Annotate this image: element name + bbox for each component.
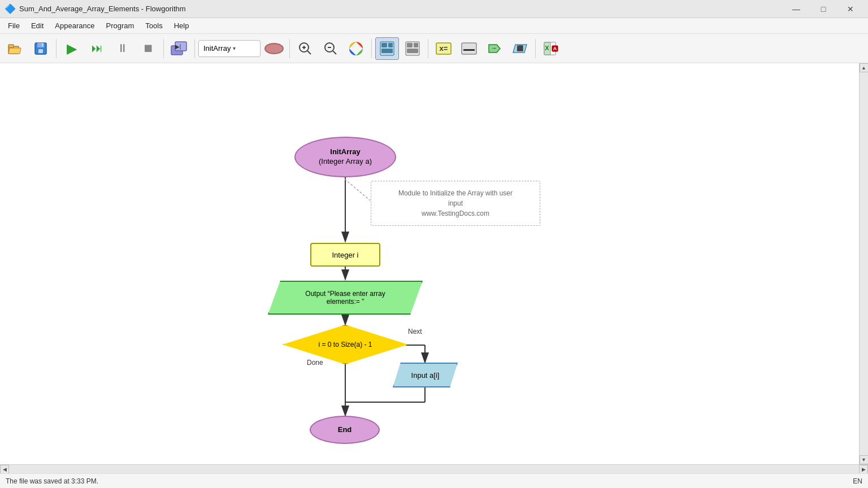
function-selector[interactable]: InitArray ▾ <box>198 40 261 57</box>
open-button[interactable] <box>3 37 27 60</box>
shape-capsule-button[interactable] <box>262 37 286 60</box>
add-function-button[interactable]: ▶| <box>167 37 191 60</box>
svg-rect-26 <box>407 49 418 53</box>
svg-text:A: A <box>553 46 557 51</box>
output-arrow-button[interactable]: → <box>483 37 506 60</box>
flow-label-next: Next <box>408 328 422 336</box>
maximize-button[interactable]: □ <box>810 0 836 18</box>
menu-file[interactable]: File <box>2 19 25 32</box>
declare-shape: Integer i <box>310 243 380 267</box>
step-button[interactable]: ⏭ <box>85 37 109 60</box>
loop-shape: i = 0 to Size(a) - 1 <box>283 325 408 364</box>
canvas[interactable]: InitArray (Integer Array a) Module to In… <box>0 63 859 464</box>
svg-rect-20 <box>381 43 387 47</box>
right-scrollbar: ▲ ▼ <box>859 63 868 464</box>
scroll-track-horizontal[interactable] <box>9 465 859 473</box>
locale-indicator: EN <box>853 477 862 485</box>
start-label-line1: InitArray <box>319 147 372 157</box>
svg-rect-21 <box>388 43 393 47</box>
input-shape: Input a[i] <box>393 363 458 387</box>
declare-label: Integer i <box>332 251 359 259</box>
titlebar-controls: — □ ✕ <box>783 0 863 18</box>
svg-line-17 <box>333 51 336 54</box>
menu-edit[interactable]: Edit <box>25 19 49 32</box>
separator-4 <box>289 39 290 58</box>
start-label-line2: (Integer Array a) <box>319 157 372 167</box>
end-shape: End <box>310 416 380 444</box>
comment-shape: Module to Initialize the Array with user… <box>371 181 540 226</box>
status-message: The file was saved at 3:33 PM. <box>6 477 98 485</box>
comment-line1: Module to Initialize the Array with user <box>398 188 513 198</box>
menubar: File Edit Appearance Program Tools Help <box>0 18 868 34</box>
svg-rect-4 <box>37 43 44 47</box>
output-label: Output “Please enter arrayelements:= ” <box>305 290 385 306</box>
separator-7 <box>535 39 536 58</box>
input-label: Input a[i] <box>411 371 440 380</box>
menu-help[interactable]: Help <box>168 19 195 32</box>
scroll-up-button[interactable]: ▲ <box>860 63 869 72</box>
layout-1-button[interactable] <box>375 37 399 60</box>
svg-rect-6 <box>42 43 43 46</box>
run-button[interactable]: ▶ <box>60 37 84 60</box>
svg-text:x=: x= <box>440 44 448 53</box>
svg-text:⬛: ⬛ <box>517 45 524 52</box>
titlebar-title: Sum_And_Average_Array_Elements - Flowgor… <box>19 5 186 13</box>
svg-rect-25 <box>414 43 418 47</box>
comment-line2: input <box>398 198 513 208</box>
svg-rect-22 <box>381 49 393 53</box>
bottom-area: ◀ ▶ The file was saved at 3:33 PM. EN <box>0 464 868 488</box>
menu-program[interactable]: Program <box>100 19 140 32</box>
separator-1 <box>56 39 57 58</box>
flowchart-arrows <box>0 63 859 464</box>
scroll-down-button[interactable]: ▼ <box>860 455 869 464</box>
function-selector-value: InitArray <box>203 44 231 53</box>
end-label: End <box>338 425 352 435</box>
start-shape: InitArray (Integer Array a) <box>294 137 396 177</box>
zoom-out-button[interactable] <box>319 37 342 60</box>
zoom-in-button[interactable] <box>293 37 317 60</box>
svg-text:X: X <box>545 45 549 51</box>
svg-text:▬▬: ▬▬ <box>463 46 475 52</box>
save-button[interactable] <box>29 37 53 60</box>
titlebar: 🔷 Sum_And_Average_Array_Elements - Flowg… <box>0 0 868 18</box>
scroll-track-vertical[interactable] <box>860 72 868 455</box>
color-button[interactable] <box>344 37 368 60</box>
separator-5 <box>371 39 372 58</box>
input-block-button[interactable]: ⬛ <box>508 37 532 60</box>
svg-rect-5 <box>38 49 43 53</box>
app-icon: 🔷 <box>5 3 16 14</box>
pause-button[interactable]: ⏸ <box>111 37 134 60</box>
comment-line3: www.TestingDocs.com <box>398 208 513 219</box>
export-excel-button[interactable]: X A <box>539 37 563 60</box>
output-shape: Output “Please enter arrayelements:= ” <box>268 281 423 315</box>
minimize-button[interactable]: — <box>783 0 809 18</box>
dropdown-arrow-icon: ▾ <box>233 45 236 51</box>
menu-tools[interactable]: Tools <box>140 19 168 32</box>
svg-line-51 <box>345 179 370 201</box>
separator-6 <box>428 39 428 58</box>
svg-marker-2 <box>8 48 21 54</box>
flow-label-done: Done <box>307 359 323 367</box>
loop-label: i = 0 to Size(a) - 1 <box>318 341 372 348</box>
output-block-button[interactable]: ▬▬ <box>457 37 481 60</box>
separator-2 <box>163 39 164 58</box>
svg-text:▶|: ▶| <box>175 43 181 50</box>
menu-appearance[interactable]: Appearance <box>49 19 100 32</box>
svg-rect-24 <box>407 43 413 47</box>
assign-button[interactable]: x= <box>432 37 455 60</box>
statusbar: The file was saved at 3:33 PM. EN <box>0 473 868 488</box>
svg-rect-1 <box>8 45 14 47</box>
titlebar-left: 🔷 Sum_And_Average_Array_Elements - Flowg… <box>5 3 186 14</box>
scroll-left-button[interactable]: ◀ <box>0 465 9 474</box>
svg-text:→: → <box>491 45 497 51</box>
stop-button[interactable]: ⏹ <box>136 37 160 60</box>
toolbar: ▶ ⏭ ⏸ ⏹ ▶| InitArray ▾ <box>0 34 868 63</box>
scroll-right-button[interactable]: ▶ <box>859 465 868 474</box>
bottom-scrollbar: ◀ ▶ <box>0 464 868 473</box>
svg-line-14 <box>307 51 311 54</box>
main-area: InitArray (Integer Array a) Module to In… <box>0 63 868 464</box>
separator-3 <box>194 39 195 58</box>
svg-point-10 <box>265 43 283 54</box>
close-button[interactable]: ✕ <box>837 0 863 18</box>
layout-2-button[interactable] <box>401 37 424 60</box>
